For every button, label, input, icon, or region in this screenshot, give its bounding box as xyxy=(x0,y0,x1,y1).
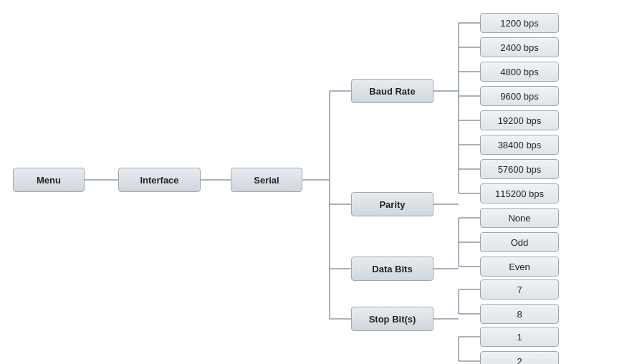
serial-node[interactable]: Serial xyxy=(231,168,302,192)
tree-diagram: Menu Interface Serial Baud Rate Parity D… xyxy=(0,0,632,364)
menu-node[interactable]: Menu xyxy=(13,168,85,192)
baud-115200-node[interactable]: 115200 bps xyxy=(480,183,559,203)
stop-1-node[interactable]: 1 xyxy=(480,327,559,347)
baud-38400-node[interactable]: 38400 bps xyxy=(480,135,559,155)
interface-label: Interface xyxy=(140,175,178,186)
interface-node[interactable]: Interface xyxy=(118,168,201,192)
baud-rate-label: Baud Rate xyxy=(369,86,415,97)
baud-4800-label: 4800 bps xyxy=(500,67,539,77)
stop-1-label: 1 xyxy=(517,332,522,343)
baud-19200-node[interactable]: 19200 bps xyxy=(480,110,559,130)
stop-2-label: 2 xyxy=(517,356,522,365)
stop-2-node[interactable]: 2 xyxy=(480,351,559,364)
data-7-node[interactable]: 7 xyxy=(480,279,559,300)
baud-19200-label: 19200 bps xyxy=(498,115,542,126)
baud-57600-node[interactable]: 57600 bps xyxy=(480,159,559,179)
baud-9600-node[interactable]: 9600 bps xyxy=(480,86,559,106)
parity-none-label: None xyxy=(508,213,530,224)
baud-2400-node[interactable]: 2400 bps xyxy=(480,37,559,57)
stop-bits-node[interactable]: Stop Bit(s) xyxy=(351,307,434,331)
baud-57600-label: 57600 bps xyxy=(498,164,542,175)
baud-4800-node[interactable]: 4800 bps xyxy=(480,62,559,82)
parity-even-label: Even xyxy=(509,262,530,272)
parity-even-node[interactable]: Even xyxy=(480,257,559,277)
baud-38400-label: 38400 bps xyxy=(498,140,542,150)
data-7-label: 7 xyxy=(517,284,522,295)
data-8-label: 8 xyxy=(517,309,522,320)
baud-rate-node[interactable]: Baud Rate xyxy=(351,79,434,103)
menu-label: Menu xyxy=(37,175,61,186)
data-bits-node[interactable]: Data Bits xyxy=(351,257,434,281)
parity-odd-node[interactable]: Odd xyxy=(480,232,559,252)
parity-label: Parity xyxy=(379,199,405,210)
baud-1200-label: 1200 bps xyxy=(500,18,539,29)
data-8-node[interactable]: 8 xyxy=(480,304,559,324)
data-bits-label: Data Bits xyxy=(372,264,412,274)
baud-2400-label: 2400 bps xyxy=(500,42,539,53)
parity-odd-label: Odd xyxy=(511,237,529,248)
stop-bits-label: Stop Bit(s) xyxy=(369,314,416,325)
serial-label: Serial xyxy=(254,175,279,186)
parity-none-node[interactable]: None xyxy=(480,208,559,228)
baud-1200-node[interactable]: 1200 bps xyxy=(480,13,559,33)
baud-9600-label: 9600 bps xyxy=(500,91,539,102)
parity-node[interactable]: Parity xyxy=(351,192,434,216)
baud-115200-label: 115200 bps xyxy=(495,188,544,199)
